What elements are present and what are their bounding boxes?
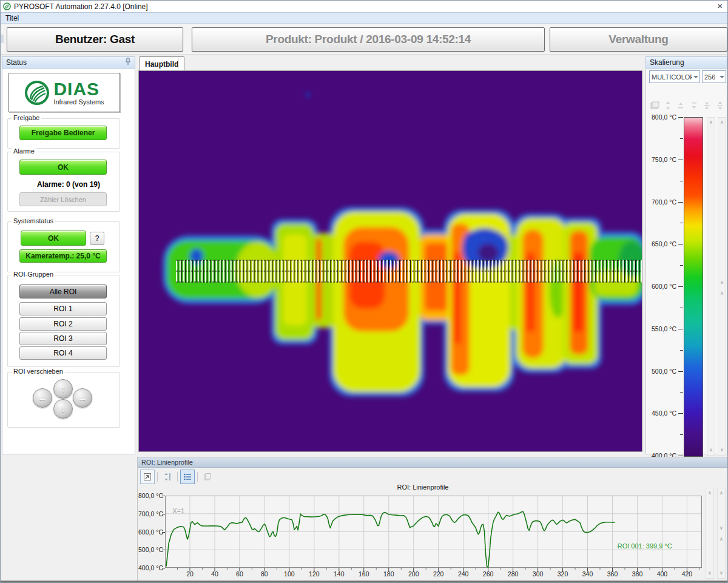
- menu-titel[interactable]: Titel: [5, 14, 19, 22]
- colorbar-tick: [678, 329, 683, 329]
- roi-2-button[interactable]: ROI 2: [19, 317, 107, 331]
- chart-max-min-spinners[interactable]: ∧ ∨ ∧ ∨: [717, 488, 726, 579]
- chevron-up-icon[interactable]: ∧: [718, 537, 725, 542]
- admin-button[interactable]: Verwaltung: [550, 27, 727, 52]
- roi-line-band: [176, 260, 642, 283]
- roi-move-down-button[interactable]: ↓: [53, 399, 73, 419]
- roi-all-button[interactable]: Alle ROI: [19, 285, 107, 298]
- status-panel: Status DIAS Infrared Systems Freigabe: [2, 56, 135, 454]
- chevron-down-icon[interactable]: ∨: [718, 526, 725, 531]
- colorbar-tick: [678, 286, 683, 287]
- palette-select[interactable]: MULTICOLOR: [649, 70, 700, 83]
- product-button[interactable]: Produkt: Produkt / 2016-03-09 14:52:14: [192, 27, 545, 52]
- thermal-image[interactable]: [138, 70, 642, 452]
- app-logo-icon: [3, 2, 11, 10]
- toolbar-separator: [157, 472, 158, 482]
- chevron-down-icon[interactable]: [718, 71, 726, 83]
- chevron-up-icon[interactable]: ∧: [707, 120, 715, 125]
- chevron-up-icon[interactable]: ∧: [706, 491, 713, 496]
- pin-icon[interactable]: [125, 58, 131, 67]
- chart-annotation: X=1: [172, 507, 184, 514]
- auto-range-icon[interactable]: [715, 101, 725, 110]
- lower-min-icon[interactable]: [689, 101, 699, 110]
- close-icon[interactable]: ×: [717, 1, 723, 12]
- x-axis-label: 240: [458, 570, 469, 578]
- roi-move-right-button[interactable]: →: [73, 388, 92, 408]
- chevron-up-icon[interactable]: ∧: [718, 120, 726, 125]
- colorbar-tick: [678, 456, 683, 456]
- chevron-up-icon[interactable]: ∧: [718, 491, 725, 496]
- dias-logo-icon: [24, 80, 50, 106]
- chevron-down-icon[interactable]: [692, 71, 699, 83]
- copy-button[interactable]: [200, 470, 215, 484]
- splitter-handle[interactable]: [1, 35, 4, 43]
- app-window: PYROSOFT Automation 2.27.4.0 [Online] × …: [0, 0, 728, 583]
- status-panel-title: Status: [6, 58, 27, 67]
- dias-logo-subtitle: Infrared Systems: [53, 99, 104, 106]
- group-roi-gruppen-label: ROI-Gruppen: [12, 271, 55, 278]
- help-button[interactable]: ?: [90, 232, 104, 245]
- chart-scrollbar[interactable]: ∧ ∨: [706, 488, 714, 579]
- chevron-down-icon[interactable]: ∨: [718, 280, 726, 285]
- colorbar-tick: [678, 413, 683, 414]
- x-axis-label: 180: [383, 570, 394, 578]
- roi-move-left-button[interactable]: ←: [33, 388, 52, 408]
- colorbar-tick-label: 650,0 °C: [647, 240, 676, 248]
- levels-select-value: 256: [703, 73, 715, 81]
- x-axis-label: 380: [632, 570, 643, 578]
- scaling-panel: Skalierung MULTICOLOR 256 ∧: [645, 56, 727, 454]
- top-button-bar: Benutzer: Gast Produkt: Produkt / 2016-0…: [1, 24, 727, 55]
- colorbar-minor-tick: [680, 138, 683, 139]
- colorbar-minor-tick: [680, 181, 683, 181]
- camera-temp-button[interactable]: Kameratemp.: 25,0 °C: [19, 249, 107, 263]
- alarm-count-text: Alarme: 0 (von 19): [2, 180, 135, 189]
- list-icon: [183, 473, 192, 481]
- colorbar-tick-label: 550,0 °C: [647, 325, 676, 332]
- levels-select[interactable]: 256: [702, 70, 726, 83]
- y-axis-tick: [162, 550, 165, 550]
- profile-toolbar: [140, 470, 215, 484]
- group-systemstatus: Systemstatus: [7, 221, 120, 272]
- chevron-down-icon[interactable]: ∨: [718, 448, 726, 453]
- expand-range-icon[interactable]: [663, 101, 673, 110]
- x-axis-label: 340: [582, 570, 593, 578]
- y-axis-tick: [162, 532, 165, 533]
- fit-scale-button[interactable]: [160, 470, 175, 484]
- scale-scrollbar[interactable]: ∧ ∨: [707, 117, 715, 456]
- chevron-up-icon[interactable]: ∧: [718, 291, 726, 296]
- user-button[interactable]: Benutzer: Gast: [7, 27, 183, 52]
- freigabe-bediener-button[interactable]: Freigabe Bediener: [19, 126, 107, 140]
- max-min-spinners[interactable]: ∧ ∨ ∧ ∨: [718, 117, 726, 456]
- x-axis-label: 60: [236, 570, 243, 578]
- chevron-down-icon[interactable]: ∨: [707, 448, 715, 453]
- y-axis-tick: [162, 496, 165, 496]
- system-ok-button[interactable]: OK: [21, 231, 86, 246]
- alarm-ok-button[interactable]: OK: [19, 160, 107, 175]
- profile-panel-title: ROI: Linienprofile: [141, 459, 193, 466]
- clear-counter-button[interactable]: Zähler Löschen: [19, 192, 107, 206]
- scaling-toolbar: [650, 101, 725, 110]
- compress-range-icon[interactable]: [702, 101, 712, 110]
- roi-3-button[interactable]: ROI 3: [19, 332, 107, 345]
- colorbar-tick-label: 450,0 °C: [647, 409, 676, 417]
- roi-1-button[interactable]: ROI 1: [19, 302, 107, 315]
- open-window-button[interactable]: [140, 470, 155, 484]
- legend-toggle-button[interactable]: [180, 470, 195, 484]
- chevron-down-icon[interactable]: ∨: [706, 571, 713, 576]
- open-window-icon: [143, 473, 152, 481]
- y-axis-tick: [162, 568, 165, 568]
- y-axis-label: 400,0 °C: [138, 564, 163, 571]
- title-bar: PYROSOFT Automation 2.27.4.0 [Online] ×: [1, 1, 727, 12]
- colorbar-tick: [678, 117, 683, 118]
- roi-4-button[interactable]: ROI 4: [19, 346, 107, 360]
- chevron-down-icon[interactable]: ∨: [718, 571, 725, 576]
- colorbar-tick: [678, 202, 683, 203]
- group-roi-verschieben-label: ROI verschieben: [12, 368, 65, 375]
- raise-max-icon[interactable]: [676, 101, 686, 110]
- colorbar-tick-label: 700,0 °C: [647, 198, 676, 206]
- palette-properties-icon[interactable]: [650, 101, 659, 110]
- profile-chart[interactable]: [165, 496, 702, 573]
- scaling-panel-title: Skalierung: [650, 58, 684, 67]
- colorbar-minor-tick: [680, 223, 683, 223]
- roi-move-up-button[interactable]: ↑: [53, 379, 73, 399]
